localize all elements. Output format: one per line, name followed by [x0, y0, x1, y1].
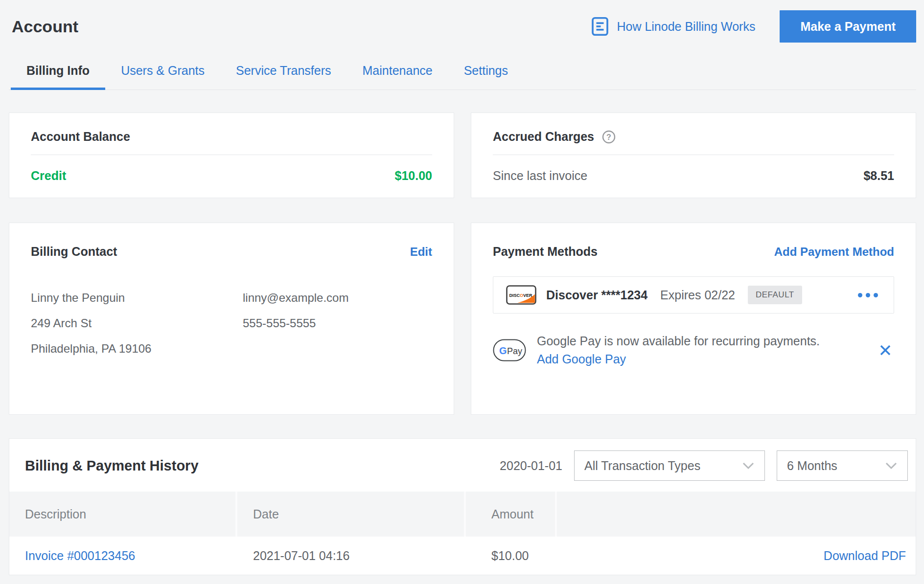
transaction-type-value: All Transaction Types — [584, 459, 700, 473]
svg-text:?: ? — [606, 133, 611, 141]
billing-document-icon — [591, 16, 609, 37]
ellipsis-menu-icon[interactable] — [855, 290, 881, 300]
how-linode-billing-works-label: How Linode Billing Works — [617, 20, 755, 34]
transaction-type-select[interactable]: All Transaction Types — [574, 450, 765, 481]
svg-text:DISCOVER: DISCOVER — [509, 293, 532, 298]
google-pay-promo: G Pay Google Pay is now available for re… — [493, 334, 894, 366]
tab-settings[interactable]: Settings — [448, 59, 524, 90]
payment-method-row: DISCOVER Discover ****1234 Expires 02/22… — [493, 276, 894, 314]
account-page: Account How Linode Billing Works Make a … — [0, 0, 924, 575]
edit-billing-contact-link[interactable]: Edit — [410, 245, 432, 259]
payment-methods-title: Payment Methods — [493, 245, 598, 259]
page-title: Account — [12, 17, 78, 36]
how-linode-billing-works-link[interactable]: How Linode Billing Works — [591, 16, 755, 37]
col-description: Description — [9, 492, 237, 537]
contact-phone: 555-555-5555 — [243, 311, 348, 336]
tab-billing-info[interactable]: Billing Info — [11, 59, 105, 90]
google-pay-icon: G Pay — [493, 339, 526, 361]
contact-name: Linny the Penguin — [31, 285, 243, 311]
invoice-link[interactable]: Invoice #000123456 — [25, 549, 135, 562]
header-actions: How Linode Billing Works Make a Payment — [591, 10, 916, 43]
svg-text:Pay: Pay — [507, 346, 522, 356]
tab-maintenance[interactable]: Maintenance — [347, 59, 448, 90]
contact-email: linny@example.com — [243, 285, 348, 311]
page-header: Account How Linode Billing Works Make a … — [9, 0, 916, 43]
google-pay-message: Google Pay is now available for recurrin… — [537, 334, 820, 348]
history-start-date[interactable]: 2020-01-01 — [500, 459, 562, 473]
card-label: Discover ****1234 — [546, 288, 647, 302]
tab-service-transfers[interactable]: Service Transfers — [220, 59, 347, 90]
chevron-down-icon — [742, 462, 755, 470]
date-range-value: 6 Months — [787, 459, 837, 473]
table-row: Invoice #000123456 2021-07-01 04:16 $10.… — [9, 537, 916, 575]
discover-card-icon: DISCOVER — [506, 285, 536, 305]
contact-address2: Philadelphia, PA 19106 — [31, 336, 243, 361]
history-table-header: Description Date Amount — [9, 492, 916, 537]
account-balance-title: Account Balance — [31, 130, 130, 144]
date-range-select[interactable]: 6 Months — [777, 450, 908, 481]
tab-users-grants[interactable]: Users & Grants — [105, 59, 220, 90]
question-circle-icon[interactable]: ? — [602, 130, 616, 144]
balance-amount: $10.00 — [395, 169, 432, 183]
account-balance-card: Account Balance Credit $10.00 — [9, 112, 454, 198]
row-amount: $10.00 — [466, 549, 557, 563]
accrued-charges-title: Accrued Charges — [493, 130, 594, 144]
default-badge: DEFAULT — [748, 286, 802, 304]
card-expiry: Expires 02/22 — [660, 288, 735, 302]
account-tabs: Billing Info Users & Grants Service Tran… — [9, 59, 916, 90]
balance-credit-label: Credit — [31, 169, 66, 183]
contact-address1: 249 Arch St — [31, 311, 243, 336]
download-pdf-link[interactable]: Download PDF — [824, 549, 906, 562]
billing-contact-title: Billing Contact — [31, 245, 117, 259]
chevron-down-icon — [885, 462, 898, 470]
payment-methods-card: Payment Methods Add Payment Method DISCO… — [471, 223, 916, 415]
divider — [493, 155, 894, 155]
col-actions — [557, 492, 916, 537]
billing-history-title: Billing & Payment History — [25, 458, 500, 474]
add-payment-method-link[interactable]: Add Payment Method — [774, 245, 894, 259]
billing-history-section: Billing & Payment History 2020-01-01 All… — [9, 438, 916, 575]
add-google-pay-link[interactable]: Add Google Pay — [537, 352, 626, 366]
accrued-since-label: Since last invoice — [493, 169, 587, 183]
row-date: 2021-07-01 04:16 — [237, 549, 466, 563]
cards-grid: Account Balance Credit $10.00 Accrued Ch… — [9, 112, 916, 415]
billing-contact-card: Billing Contact Edit Linny the Penguin 2… — [9, 223, 454, 415]
accrued-amount: $8.51 — [863, 169, 894, 183]
col-amount: Amount — [466, 492, 557, 537]
make-a-payment-button[interactable]: Make a Payment — [780, 10, 916, 43]
close-icon[interactable] — [877, 341, 894, 359]
col-date: Date — [237, 492, 466, 537]
divider — [31, 155, 432, 155]
svg-text:G: G — [499, 345, 507, 356]
accrued-charges-card: Accrued Charges ? Since last invoice $8.… — [471, 112, 916, 198]
billing-contact-details: Linny the Penguin 249 Arch St Philadelph… — [31, 285, 432, 361]
